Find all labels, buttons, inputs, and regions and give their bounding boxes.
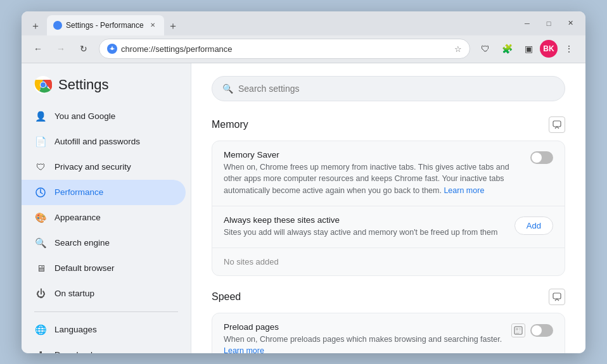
maximize-button[interactable]: □: [539, 15, 559, 32]
on-startup-icon: ⏻: [34, 287, 47, 300]
new-tab-button[interactable]: ＋: [27, 18, 44, 35]
performance-icon: [34, 186, 47, 199]
tab-title: Settings - Performance: [66, 21, 144, 30]
svg-rect-15: [516, 333, 519, 334]
preload-pages-action: [511, 323, 553, 337]
memory-card: Memory Saver When on, Chrome frees up me…: [212, 141, 565, 276]
memory-saver-info: Memory Saver When on, Chrome frees up me…: [224, 150, 523, 197]
memory-section-title: Memory: [212, 119, 248, 130]
sidebar-item-on-startup[interactable]: ⏻ On startup: [22, 281, 186, 306]
sidebar-item-autofill[interactable]: 📄 Autofill and passwords: [22, 129, 186, 154]
address-bar[interactable]: chrome://settings/performance ☆: [99, 39, 470, 59]
tab-favicon: [53, 21, 62, 30]
sidebar-item-downloads[interactable]: ⬇ Downloads: [22, 342, 186, 353]
svg-rect-12: [519, 328, 521, 329]
search-engine-icon: 🔍: [34, 237, 47, 249]
sidebar-item-search-engine[interactable]: 🔍 Search engine: [22, 230, 186, 256]
memory-saver-row: Memory Saver When on, Chrome frees up me…: [212, 141, 565, 206]
speed-feedback-icon[interactable]: [549, 289, 565, 305]
active-tab[interactable]: Settings - Performance ✕: [47, 15, 164, 35]
sidebar-label-languages: Languages: [54, 325, 97, 334]
bookmark-icon[interactable]: ☆: [454, 44, 462, 54]
no-sites-text: No sites added: [224, 257, 279, 267]
sidebar-item-appearance[interactable]: 🎨 Appearance: [22, 205, 186, 230]
svg-rect-13: [519, 329, 521, 330]
autofill-icon: 📄: [34, 135, 47, 148]
tab-area: ＋ Settings - Performance ✕ ＋: [27, 11, 512, 35]
address-text: chrome://settings/performance: [121, 44, 450, 54]
sidebar-item-privacy[interactable]: 🛡 Privacy and security: [22, 154, 186, 180]
extension-button[interactable]: 🧩: [497, 39, 517, 59]
add-site-button[interactable]: Add: [514, 217, 553, 235]
sidebar-label-downloads: Downloads: [54, 350, 97, 353]
always-keep-active-info: Always keep these sites active Sites you…: [224, 215, 507, 239]
appearance-icon: 🎨: [34, 211, 47, 224]
sidebar-label-appearance: Appearance: [54, 213, 101, 222]
preload-pages-row: Preload pages When on, Chrome preloads p…: [212, 313, 565, 353]
preload-learn-more-link[interactable]: Learn more: [224, 346, 264, 353]
always-keep-active-desc: Sites you add will always stay active an…: [224, 227, 507, 239]
svg-rect-11: [516, 328, 518, 330]
toolbar-right: 🛡 🧩 ▣ BK ⋮: [475, 39, 579, 59]
svg-rect-9: [553, 293, 561, 299]
minimize-button[interactable]: ─: [517, 15, 537, 32]
memory-section-header: Memory: [212, 116, 565, 133]
menu-button[interactable]: ⋮: [559, 39, 579, 59]
tab-close-button[interactable]: ✕: [148, 20, 158, 30]
sidebar-label-you-google: You and Google: [54, 111, 115, 121]
search-bar[interactable]: 🔍: [212, 76, 565, 101]
reload-button[interactable]: ↻: [73, 39, 94, 59]
new-tab-add-button[interactable]: ＋: [164, 18, 182, 35]
sidebar-item-you-and-google[interactable]: 👤 You and Google: [22, 104, 186, 129]
always-keep-active-row: Always keep these sites active Sites you…: [212, 206, 565, 248]
window-controls: ─ □ ✕: [517, 15, 580, 32]
avatar-button[interactable]: BK: [540, 40, 558, 58]
sidebar-item-performance[interactable]: Performance: [22, 180, 186, 205]
search-input[interactable]: [238, 84, 554, 94]
browser-window: ＋ Settings - Performance ✕ ＋ ─ □ ✕ ← → ↻: [22, 11, 585, 353]
memory-saver-learn-more-link[interactable]: Learn more: [444, 186, 484, 195]
speed-section-title: Speed: [212, 291, 241, 303]
close-button[interactable]: ✕: [560, 15, 580, 32]
shield-button[interactable]: 🛡: [475, 39, 495, 59]
sidebar-divider: [34, 311, 178, 312]
memory-feedback-icon[interactable]: [549, 116, 565, 133]
languages-icon: 🌐: [34, 323, 47, 336]
memory-saver-title: Memory Saver: [224, 150, 523, 160]
content-area: Settings 👤 You and Google 📄 Autofill and…: [22, 63, 585, 353]
no-sites-row: No sites added: [212, 248, 565, 275]
sidebar-label-on-startup: On startup: [54, 289, 94, 298]
sidebar-item-default-browser[interactable]: 🖥 Default browser: [22, 256, 186, 281]
sidebar-button[interactable]: ▣: [518, 39, 539, 59]
speed-card: Preload pages When on, Chrome preloads p…: [212, 313, 565, 353]
preload-pages-info: Preload pages When on, Chrome preloads p…: [224, 322, 504, 353]
svg-point-6: [41, 82, 46, 87]
svg-rect-8: [553, 121, 561, 127]
preload-page-icon: [511, 323, 525, 337]
always-keep-active-title: Always keep these sites active: [224, 215, 507, 225]
downloads-icon: ⬇: [34, 349, 47, 353]
sidebar-label-performance: Performance: [54, 187, 103, 197]
sidebar-label-default-browser: Default browser: [54, 263, 115, 273]
sidebar-label-autofill: Autofill and passwords: [54, 137, 140, 146]
main-content: 🔍 Memory Memory Saver: [191, 63, 585, 353]
sidebar-title: Settings: [22, 73, 191, 104]
preload-pages-toggle[interactable]: [530, 324, 553, 337]
speed-section-header: Speed: [212, 289, 565, 305]
privacy-icon: 🛡: [34, 161, 47, 173]
svg-rect-14: [516, 332, 521, 332]
back-button[interactable]: ←: [28, 39, 48, 59]
always-keep-active-action: Add: [514, 217, 553, 235]
memory-saver-action: [530, 151, 553, 164]
settings-title: Settings: [58, 77, 109, 93]
default-browser-icon: 🖥: [34, 262, 47, 275]
sidebar-item-languages[interactable]: 🌐 Languages: [22, 317, 186, 342]
sidebar: Settings 👤 You and Google 📄 Autofill and…: [22, 63, 191, 353]
memory-saver-toggle[interactable]: [530, 151, 553, 164]
memory-saver-toggle-knob: [532, 153, 542, 163]
memory-saver-desc: When on, Chrome frees up memory from ina…: [224, 161, 523, 197]
toolbar: ← → ↻ chrome://settings/performance ☆ 🛡 …: [22, 35, 585, 63]
preload-pages-desc: When on, Chrome preloads pages which mak…: [224, 334, 504, 353]
forward-button[interactable]: →: [51, 39, 71, 59]
chrome-logo-icon: [34, 76, 52, 94]
